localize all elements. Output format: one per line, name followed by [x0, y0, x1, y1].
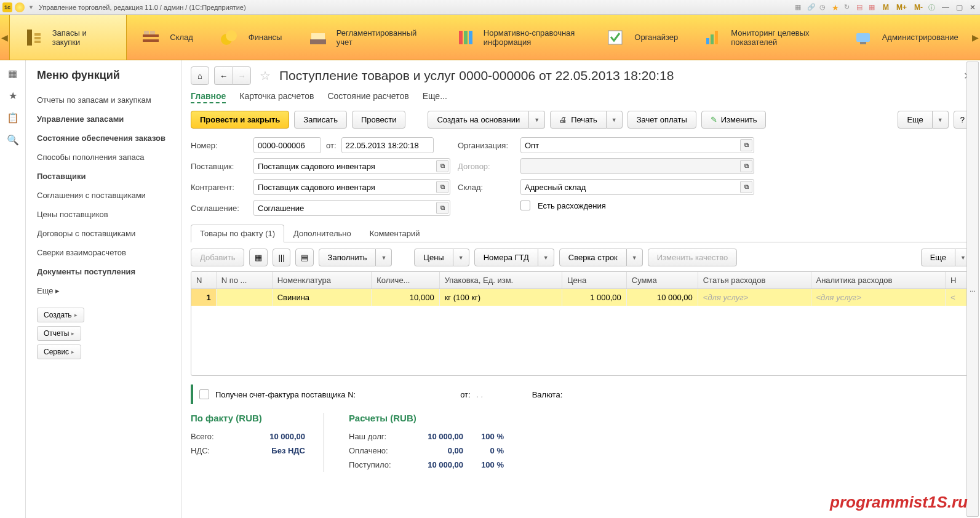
organization-field[interactable]: Опт⧉ — [520, 137, 754, 153]
table-header[interactable]: Количе... — [372, 272, 439, 289]
table-cell[interactable]: 1 — [191, 289, 216, 306]
apps-grid-icon[interactable]: ▦ — [7, 68, 18, 79]
change-quality-button[interactable]: Изменить качество — [648, 249, 738, 266]
main-menu-dropdown-icon[interactable] — [15, 2, 25, 12]
caret-down-icon[interactable]: ▼ — [28, 4, 34, 10]
payment-offset-button[interactable]: Зачет оплаты — [627, 111, 696, 129]
close-icon[interactable]: ✕ — [968, 3, 978, 12]
func-menu-item[interactable]: Цены поставщиков — [37, 205, 170, 224]
fill-dropdown[interactable]: ▼ — [376, 249, 392, 266]
edit-button[interactable]: ✎Изменить — [701, 111, 767, 129]
ribbon-item-admin[interactable]: Администрирование — [839, 15, 971, 60]
gtd-dropdown[interactable]: ▼ — [538, 249, 554, 266]
info-icon[interactable]: ⓘ — [928, 3, 937, 12]
func-menu-item[interactable]: Управление запасами — [37, 110, 170, 129]
more-dropdown[interactable]: ▼ — [933, 111, 949, 129]
tab-payment-card[interactable]: Карточка расчетов — [239, 91, 314, 103]
agreement-field[interactable]: Соглашение⧉ — [253, 200, 450, 216]
func-menu-button[interactable]: Сервис — [37, 345, 81, 359]
minimize-icon[interactable]: — — [941, 3, 950, 12]
date-field[interactable]: 22.05.2013 18:20:18 — [341, 137, 434, 153]
currency-picker-icon[interactable]: … — [966, 62, 979, 517]
supplier-field[interactable]: Поставщик садового инвентаря⧉ — [253, 158, 450, 174]
table-cell[interactable]: кг (100 кг) — [439, 289, 562, 306]
func-menu-item[interactable]: Отчеты по запасам и закупкам — [37, 90, 170, 110]
func-menu-item[interactable]: Способы пополнения запаса — [37, 148, 170, 167]
supplier-picker-icon[interactable]: ⧉ — [436, 160, 448, 172]
differs-checkbox[interactable] — [520, 201, 530, 210]
copy-down-icon[interactable]: ▤ — [295, 249, 314, 266]
table-cell[interactable]: 10,000 — [372, 289, 439, 306]
func-menu-item[interactable]: Договоры с поставщиками — [37, 224, 170, 243]
func-menu-button[interactable]: Отчеты — [37, 326, 81, 341]
ribbon-next-icon[interactable]: ▶ — [971, 15, 980, 60]
print-dropdown[interactable]: ▼ — [607, 111, 623, 129]
tab-comment[interactable]: Комментарий — [361, 225, 429, 242]
fill-button[interactable]: Заполнить — [319, 249, 376, 266]
home-button[interactable]: ⌂ — [191, 66, 209, 85]
ribbon-item-finance[interactable]: Финансы — [205, 15, 295, 60]
table-header[interactable]: Номенклатура — [272, 272, 372, 289]
table-header[interactable]: Сумма — [626, 272, 698, 289]
more-button[interactable]: Еще — [898, 111, 932, 129]
table-cell[interactable]: <для услуг> — [698, 289, 811, 306]
table-header[interactable]: Цена — [562, 272, 626, 289]
counterparty-field[interactable]: Поставщик садового инвентаря⧉ — [253, 179, 450, 195]
memory-mplus-button[interactable]: M+ — [894, 3, 909, 12]
table-header[interactable]: N по ... — [216, 272, 272, 289]
memory-m-button[interactable]: M — [881, 3, 891, 12]
table-row[interactable]: 1Свинина10,000кг (100 кг)1 000,0010 000,… — [191, 289, 971, 306]
back-button[interactable]: ← — [214, 66, 233, 85]
barcode-icon[interactable]: ||| — [273, 249, 290, 266]
refresh-icon[interactable]: ↻ — [844, 3, 853, 12]
gtd-button[interactable]: Номера ГТД — [474, 249, 538, 266]
ribbon-item-warehouse[interactable]: Склад — [127, 15, 205, 60]
invoice-date-field[interactable]: . .▦ — [477, 390, 526, 399]
menu-more[interactable]: Еще ▸ — [37, 281, 170, 300]
print-button[interactable]: 🖨Печать — [550, 111, 607, 129]
table-cell[interactable]: <для услуг> — [811, 289, 946, 306]
ribbon-prev-icon[interactable]: ◀ — [0, 15, 9, 60]
ribbon-item-inventory[interactable]: Запасы и закупки — [9, 15, 127, 60]
warehouse-picker-icon[interactable]: ⧉ — [740, 181, 752, 193]
panels-icon[interactable]: ▦ — [795, 3, 803, 12]
items-table[interactable]: NN по ...НоменклатураКоличе...Упаковка, … — [191, 271, 971, 376]
ribbon-item-monitoring[interactable]: Мониторинг целевых показателей — [690, 15, 839, 60]
warehouse-field[interactable]: Адресный склад⧉ — [520, 179, 754, 195]
maximize-icon[interactable]: ▢ — [954, 3, 964, 12]
func-menu-item[interactable]: Сверки взаиморасчетов — [37, 243, 170, 262]
contract-field[interactable]: ⧉ — [520, 158, 754, 174]
create-based-button[interactable]: Создать на основании — [428, 111, 529, 129]
bookmark-icon[interactable]: ☆ — [256, 68, 274, 83]
memory-mminus-button[interactable]: M- — [912, 3, 925, 12]
func-menu-item[interactable]: Соглашения с поставщиками — [37, 186, 170, 205]
create-based-dropdown[interactable]: ▼ — [529, 111, 545, 129]
picker-grid-icon[interactable]: ▦ — [249, 249, 268, 266]
func-menu-item[interactable]: Документы поступления — [37, 262, 170, 281]
table-header[interactable]: N — [191, 272, 216, 289]
ribbon-item-organizer[interactable]: Органайзер — [591, 15, 690, 60]
table-header[interactable]: Аналитика расходов — [811, 272, 946, 289]
post-button[interactable]: Провести — [352, 111, 406, 129]
reconcile-dropdown[interactable]: ▼ — [627, 249, 643, 266]
search-icon[interactable]: 🔍 — [7, 134, 18, 145]
table-header[interactable]: Статья расходов — [698, 272, 811, 289]
save-button[interactable]: Записать — [294, 111, 347, 129]
clipboard-icon[interactable]: 📋 — [7, 112, 18, 123]
post-close-button[interactable]: Провести и закрыть — [191, 111, 289, 129]
number-field[interactable]: 0000-000006 — [253, 137, 321, 153]
tab-items-fact[interactable]: Товары по факту (1) — [191, 225, 284, 242]
table-cell[interactable] — [216, 289, 272, 306]
calendar-icon[interactable]: ▦ — [869, 3, 877, 12]
tab-additional[interactable]: Дополнительно — [284, 225, 361, 242]
prices-button[interactable]: Цены — [414, 249, 453, 266]
table-header[interactable]: Упаковка, Ед. изм. — [439, 272, 562, 289]
ribbon-item-regulated[interactable]: Регламентированный учет — [294, 15, 442, 60]
history-icon[interactable]: ◷ — [819, 3, 828, 12]
func-menu-item[interactable]: Состояние обеспечения заказов — [37, 129, 170, 148]
table-cell[interactable]: 10 000,00 — [626, 289, 698, 306]
calculator-icon[interactable]: ▤ — [856, 3, 865, 12]
func-menu-button[interactable]: Создать — [37, 308, 84, 322]
table-more-button[interactable]: Еще — [921, 249, 955, 266]
contract-picker-icon[interactable]: ⧉ — [740, 160, 752, 172]
